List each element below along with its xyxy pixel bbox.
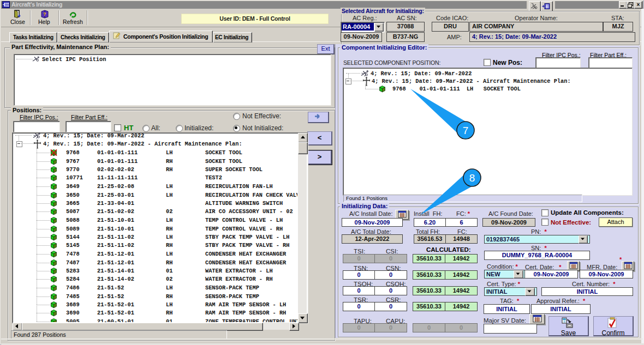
svg-text:?: ?	[43, 11, 46, 17]
